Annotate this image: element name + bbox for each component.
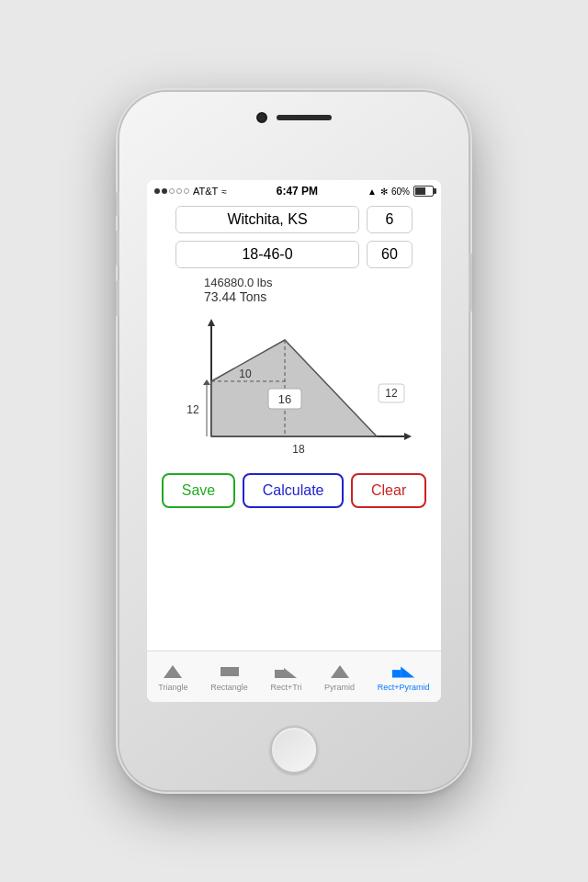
tab-pyramid-label: Pyramid (324, 683, 355, 692)
svg-marker-3 (208, 319, 215, 326)
svg-marker-21 (284, 668, 297, 678)
formula-row (147, 237, 441, 272)
wifi-icon: ≈ (221, 187, 227, 197)
tab-rectangle[interactable]: Rectangle (205, 659, 254, 695)
clear-button[interactable]: Clear (351, 473, 426, 508)
tab-triangle[interactable]: Triangle (153, 659, 193, 695)
screen: AT&T ≈ 6:47 PM ▲ ✻ 60% (147, 180, 441, 702)
location-icon: ▲ (368, 187, 377, 197)
signal-dots (154, 188, 189, 194)
spacer (147, 517, 441, 650)
status-left: AT&T ≈ (154, 186, 227, 197)
rect-pyramid-icon (390, 662, 416, 681)
svg-text:16: 16 (278, 392, 291, 406)
svg-rect-19 (220, 667, 239, 676)
signal-dot-5 (184, 188, 189, 194)
field1-input[interactable] (367, 206, 413, 233)
top-bar (220, 112, 368, 123)
signal-dot-3 (169, 188, 175, 194)
svg-text:18: 18 (292, 443, 305, 456)
app-content: 146880.0 lbs 73.44 Tons (147, 202, 441, 702)
signal-dot-1 (154, 188, 160, 194)
volume-up-button[interactable] (116, 230, 119, 266)
carrier-label: AT&T (193, 186, 218, 197)
tab-rect-tri[interactable]: Rect+Tri (265, 659, 307, 695)
status-bar: AT&T ≈ 6:47 PM ▲ ✻ 60% (147, 180, 441, 202)
tab-rect-pyramid-label: Rect+Pyramid (378, 683, 430, 692)
tab-rect-pyramid[interactable]: Rect+Pyramid (372, 659, 435, 695)
tab-pyramid[interactable]: Pyramid (319, 659, 360, 695)
power-button[interactable] (469, 253, 472, 312)
city-input[interactable] (175, 206, 359, 233)
field2-input[interactable] (367, 241, 413, 268)
camera-icon (256, 112, 267, 123)
battery-percent: 60% (391, 187, 410, 197)
bluetooth-icon: ✻ (380, 187, 388, 197)
tab-bar: Triangle Rectangle (147, 650, 441, 702)
calculate-button[interactable]: Calculate (243, 473, 345, 508)
action-buttons: Save Calculate Clear (147, 464, 441, 517)
svg-rect-23 (392, 670, 401, 677)
diagram-svg: 10 12 16 18 12 12 (165, 308, 423, 464)
rectangle-icon (217, 662, 243, 681)
battery-icon (413, 186, 434, 197)
phone-frame: AT&T ≈ 6:47 PM ▲ ✻ 60% (119, 92, 469, 790)
diagram-container: 10 12 16 18 12 12 (147, 308, 441, 464)
speaker-icon (277, 115, 332, 120)
save-button[interactable]: Save (162, 473, 235, 508)
lbs-result: 146880.0 lbs (204, 276, 430, 289)
volume-down-button[interactable] (116, 280, 119, 317)
tab-triangle-label: Triangle (158, 683, 187, 692)
svg-text:12: 12 (385, 387, 398, 400)
battery-fill (415, 187, 425, 195)
formula-input[interactable] (175, 241, 359, 268)
clock: 6:47 PM (277, 185, 318, 198)
svg-text:12: 12 (187, 403, 199, 416)
svg-marker-2 (404, 433, 412, 440)
tab-rect-tri-label: Rect+Tri (270, 683, 301, 692)
pyramid-icon (327, 662, 353, 681)
mute-button[interactable] (116, 191, 119, 217)
triangle-icon (160, 662, 186, 681)
signal-dot-2 (162, 188, 167, 194)
status-right: ▲ ✻ 60% (368, 186, 434, 197)
svg-marker-18 (164, 665, 182, 678)
svg-marker-11 (203, 379, 210, 385)
rect-tri-icon (273, 662, 299, 681)
tab-rectangle-label: Rectangle (210, 683, 248, 692)
tons-result: 73.44 Tons (204, 289, 430, 304)
city-row (147, 202, 441, 237)
home-button[interactable] (270, 726, 318, 774)
signal-dot-4 (176, 188, 182, 194)
results-area: 146880.0 lbs 73.44 Tons (193, 272, 441, 308)
svg-text:10: 10 (239, 368, 252, 380)
svg-marker-24 (401, 666, 414, 677)
svg-rect-20 (275, 670, 284, 678)
svg-marker-22 (331, 665, 349, 678)
